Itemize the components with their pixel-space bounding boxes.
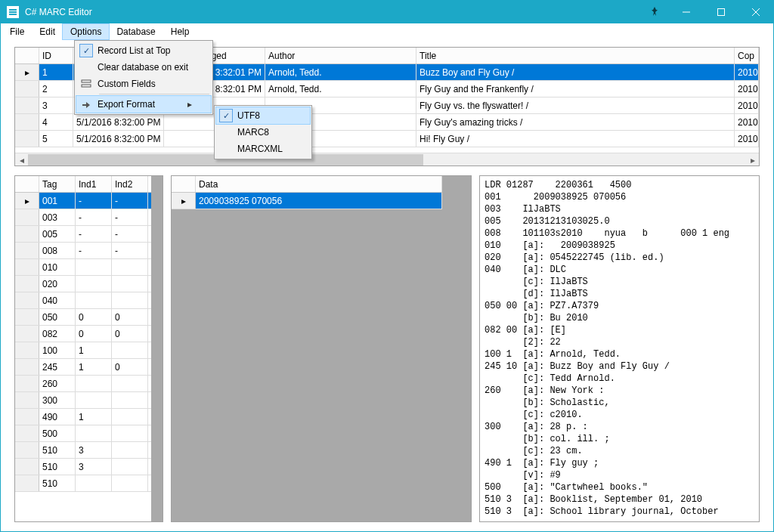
cell-ind1[interactable]: [76, 475, 112, 491]
cell-ind1[interactable]: [76, 292, 112, 308]
tags-row[interactable]: 005--: [15, 226, 151, 243]
tags-grid[interactable]: Tag Ind1 Ind2 ▸001--003--005--008--01002…: [14, 175, 163, 522]
opt-record-list-top[interactable]: ✓ Record List at Top: [76, 42, 211, 59]
cell-ind1[interactable]: [76, 376, 112, 391]
cell-ind1[interactable]: 0: [76, 309, 112, 325]
cell-ind2[interactable]: [112, 376, 148, 391]
data-row[interactable]: ▸ 2009038925 070056: [172, 193, 442, 209]
titlebar[interactable]: C# MARC Editor: [1, 1, 773, 23]
scroll-left-icon[interactable]: ◂: [15, 153, 28, 166]
tags-row[interactable]: 4901: [15, 409, 151, 425]
records-row[interactable]: 55/1/2016 8:32:00 PM5/1/2016 8Hi! Fly Gu…: [15, 131, 759, 147]
cell-cop[interactable]: 2010: [735, 64, 759, 80]
cell-ind2[interactable]: [112, 292, 148, 308]
tags-row[interactable]: 5103: [15, 459, 151, 475]
cell-tag[interactable]: 082: [39, 326, 76, 342]
cell-author[interactable]: Arnold, Tedd.: [265, 64, 416, 80]
cell-tag[interactable]: 005: [39, 226, 76, 242]
tags-row[interactable]: 5103: [15, 442, 151, 459]
cell-title[interactable]: Fly Guy and the Frankenfly /: [416, 81, 735, 97]
cell-ind2[interactable]: [112, 425, 148, 441]
tags-row[interactable]: 260: [15, 376, 151, 392]
cell-tag[interactable]: 001: [39, 193, 76, 209]
tags-row[interactable]: 008--: [15, 243, 151, 259]
marc-text-panel[interactable]: LDR 01287 2200361 4500 001 2009038925 07…: [479, 175, 760, 522]
minimize-button[interactable]: [669, 1, 704, 23]
col-tag[interactable]: Tag: [39, 176, 76, 192]
cell-ind2[interactable]: 0: [112, 359, 148, 375]
records-row[interactable]: 45/1/2016 8:32:00 PM5/1/2016 8Fly Guy's …: [15, 114, 759, 131]
cell-ind1[interactable]: 0: [76, 326, 112, 342]
opt-clear-db[interactable]: Clear database on exit: [76, 59, 211, 76]
cell-id[interactable]: 2: [39, 81, 73, 97]
col-ind1[interactable]: Ind1: [76, 176, 112, 192]
tags-row[interactable]: ▸001--: [15, 193, 151, 209]
cell-tag[interactable]: 245: [39, 359, 76, 375]
col-ind2[interactable]: Ind2: [112, 176, 148, 192]
tags-row[interactable]: 08200: [15, 326, 151, 342]
cell-tag[interactable]: 050: [39, 309, 76, 325]
opt-custom-fields[interactable]: Custom Fields: [76, 76, 211, 92]
tags-row[interactable]: 24510: [15, 359, 151, 376]
col-cop[interactable]: Cop: [735, 48, 759, 63]
tags-row[interactable]: 300: [15, 392, 151, 409]
opt-export-format[interactable]: Export Format ▸: [76, 96, 211, 113]
cell-ind1[interactable]: -: [76, 226, 112, 242]
tags-row[interactable]: 003--: [15, 209, 151, 226]
cell-added[interactable]: 5/1/2016 8:32:00 PM: [73, 114, 164, 130]
cell-ind1[interactable]: 3: [76, 459, 112, 475]
cell-ind2[interactable]: [112, 259, 148, 275]
cell-tag[interactable]: 260: [39, 376, 76, 391]
cell-ind1[interactable]: -: [76, 193, 112, 209]
cell-ind2[interactable]: -: [112, 193, 148, 209]
cell-tag[interactable]: 510: [39, 475, 76, 491]
cell-ind2[interactable]: 0: [112, 326, 148, 342]
cell-cop[interactable]: 2010: [735, 131, 759, 147]
cell-ind1[interactable]: [76, 425, 112, 441]
cell-tag[interactable]: 510: [39, 459, 76, 475]
cell-cop[interactable]: 2010: [735, 81, 759, 97]
cell-ind1[interactable]: [76, 276, 112, 292]
cell-ind1[interactable]: [76, 259, 112, 275]
cell-ind1[interactable]: 1: [76, 342, 112, 358]
col-title[interactable]: Title: [416, 48, 735, 63]
cell-ind2[interactable]: [112, 392, 148, 408]
records-hscroll[interactable]: ◂ ▸: [15, 153, 759, 165]
cell-ind1[interactable]: 1: [76, 359, 112, 375]
menu-help[interactable]: Help: [163, 24, 197, 39]
cell-ind2[interactable]: [112, 276, 148, 292]
cell-id[interactable]: 4: [39, 114, 73, 130]
close-button[interactable]: [738, 1, 773, 23]
cell-tag[interactable]: 510: [39, 442, 76, 458]
menu-edit[interactable]: Edit: [32, 24, 63, 39]
cell-ind2[interactable]: 0: [112, 309, 148, 325]
cell-tag[interactable]: 020: [39, 276, 76, 292]
cell-ind1[interactable]: -: [76, 243, 112, 258]
tags-row[interactable]: 040: [15, 292, 151, 309]
scroll-right-icon[interactable]: ▸: [746, 153, 759, 166]
cell-title[interactable]: Fly Guy's amazing tricks /: [416, 114, 735, 130]
cell-tag[interactable]: 100: [39, 342, 76, 358]
tags-row[interactable]: 1001: [15, 342, 151, 359]
export-marcxml[interactable]: MARCXML: [216, 141, 310, 157]
cell-tag[interactable]: 040: [39, 292, 76, 308]
col-id[interactable]: ID: [39, 48, 73, 63]
cell-cop[interactable]: 2010: [735, 114, 759, 130]
data-cell[interactable]: 2009038925 070056: [196, 193, 442, 209]
cell-ind2[interactable]: [112, 475, 148, 491]
cell-title[interactable]: Fly Guy vs. the flyswatter! /: [416, 97, 735, 113]
cell-author[interactable]: Arnold, Tedd.: [265, 81, 416, 97]
menu-file[interactable]: File: [2, 24, 32, 39]
tags-row[interactable]: 05000: [15, 309, 151, 326]
tags-row[interactable]: 010: [15, 259, 151, 276]
cell-id[interactable]: 3: [39, 97, 73, 113]
cell-ind1[interactable]: 3: [76, 442, 112, 458]
cell-ind1[interactable]: [76, 392, 112, 408]
export-marc8[interactable]: MARC8: [216, 124, 310, 141]
maximize-button[interactable]: [704, 1, 738, 23]
tags-row[interactable]: 510: [15, 475, 151, 492]
tags-row[interactable]: 500: [15, 425, 151, 442]
cell-ind2[interactable]: -: [112, 243, 148, 258]
cell-ind2[interactable]: -: [112, 226, 148, 242]
cell-ind2[interactable]: [112, 409, 148, 425]
